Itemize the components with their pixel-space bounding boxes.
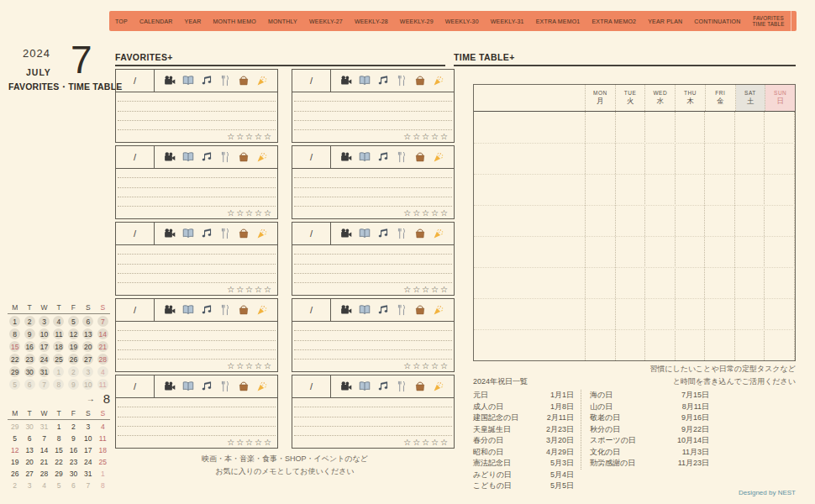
calendar-day[interactable]: 18 (51, 340, 66, 353)
music-notes-icon[interactable] (201, 151, 213, 163)
calendar-day[interactable]: 1 (51, 421, 66, 433)
nav-weekly-27[interactable]: WEEKLY-27 (303, 11, 349, 31)
calendar-day[interactable]: 5 (8, 378, 22, 391)
calendar-day[interactable]: 10 (81, 378, 95, 391)
handbag-icon[interactable] (414, 75, 426, 87)
arrow-right-icon[interactable]: → (87, 394, 95, 403)
calendar-day[interactable]: 31 (37, 421, 51, 433)
writing-line[interactable] (118, 398, 276, 407)
calendar-day[interactable]: 3 (22, 480, 36, 491)
calendar-day[interactable]: 24 (81, 456, 95, 468)
memo-area[interactable]: ☆☆☆☆☆ (116, 169, 277, 218)
calendar-day[interactable]: 31 (81, 468, 95, 480)
utensils-icon[interactable] (396, 381, 408, 392)
calendar-day[interactable]: 9 (22, 328, 36, 340)
memo-area[interactable]: ☆☆☆☆☆ (116, 245, 277, 295)
nav-weekly-31[interactable]: WEEKLY-31 (485, 11, 530, 31)
movie-camera-icon[interactable] (164, 75, 176, 87)
utensils-icon[interactable] (219, 151, 231, 163)
movie-camera-icon[interactable] (164, 151, 176, 163)
calendar-day[interactable]: 19 (8, 456, 22, 468)
handbag-icon[interactable] (414, 381, 426, 392)
calendar-day[interactable]: 28 (96, 353, 110, 365)
calendar-day[interactable]: 26 (66, 353, 81, 365)
calendar-day[interactable]: 14 (37, 444, 51, 456)
calendar-day[interactable]: 22 (8, 353, 22, 365)
date-slot[interactable]: / (116, 146, 155, 168)
calendar-day[interactable]: 3 (37, 315, 51, 328)
utensils-icon[interactable] (219, 75, 231, 87)
book-icon[interactable] (359, 75, 371, 87)
writing-line[interactable] (118, 112, 276, 121)
party-popper-icon[interactable] (433, 151, 444, 163)
nav-month-memo[interactable]: MONTH MEMO (207, 11, 261, 31)
nav-favorites-timetable[interactable]: FAVORITESTIME TABLE (746, 11, 790, 31)
handbag-icon[interactable] (414, 151, 426, 163)
star-rating[interactable]: ☆☆☆☆☆ (294, 207, 452, 218)
calendar-day[interactable]: 16 (66, 444, 81, 456)
writing-line[interactable] (294, 178, 452, 187)
date-slot[interactable]: / (116, 223, 155, 244)
party-popper-icon[interactable] (256, 381, 268, 392)
calendar-day[interactable]: 13 (81, 328, 95, 340)
writing-line[interactable] (118, 255, 276, 264)
music-notes-icon[interactable] (377, 151, 389, 163)
calendar-day[interactable]: 20 (22, 456, 36, 468)
calendar-day[interactable]: 8 (51, 433, 66, 444)
handbag-icon[interactable] (414, 304, 426, 316)
nav-calendar[interactable]: CALENDAR (134, 11, 179, 31)
music-notes-icon[interactable] (201, 381, 213, 392)
book-icon[interactable] (182, 228, 194, 239)
calendar-day[interactable]: 8 (51, 378, 66, 391)
calendar-day[interactable]: 28 (37, 468, 51, 480)
memo-area[interactable]: ☆☆☆☆☆ (116, 92, 277, 142)
calendar-day[interactable]: 27 (22, 468, 36, 480)
utensils-icon[interactable] (396, 75, 408, 87)
writing-line[interactable] (118, 102, 276, 111)
calendar-day[interactable]: 22 (51, 456, 66, 468)
handbag-icon[interactable] (238, 304, 250, 316)
calendar-day[interactable]: 9 (66, 378, 81, 391)
party-popper-icon[interactable] (433, 228, 444, 239)
nav-year[interactable]: YEAR (179, 11, 208, 31)
party-popper-icon[interactable] (256, 228, 268, 239)
calendar-day[interactable]: 19 (66, 340, 81, 353)
writing-line[interactable] (118, 322, 276, 331)
memo-area[interactable]: ☆☆☆☆☆ (292, 169, 454, 218)
writing-line[interactable] (294, 245, 452, 255)
utensils-icon[interactable] (219, 381, 231, 392)
book-icon[interactable] (359, 381, 371, 392)
music-notes-icon[interactable] (201, 228, 213, 239)
writing-line[interactable] (294, 255, 452, 264)
writing-line[interactable] (294, 417, 452, 427)
calendar-day[interactable]: 6 (66, 480, 81, 491)
calendar-day[interactable]: 5 (51, 480, 66, 491)
nav-weekly-29[interactable]: WEEKLY-29 (394, 11, 439, 31)
calendar-day[interactable]: 7 (96, 315, 110, 328)
star-rating[interactable]: ☆☆☆☆☆ (294, 283, 452, 295)
handbag-icon[interactable] (238, 228, 250, 239)
writing-line[interactable] (118, 427, 276, 436)
nav-prev[interactable]: ← (791, 11, 815, 31)
utensils-icon[interactable] (396, 151, 408, 163)
calendar-day[interactable]: 4 (51, 315, 66, 328)
writing-line[interactable] (118, 274, 276, 283)
calendar-day[interactable]: 18 (96, 444, 110, 456)
calendar-day[interactable]: 25 (51, 353, 66, 365)
memo-area[interactable]: ☆☆☆☆☆ (292, 92, 454, 142)
calendar-day[interactable]: 25 (96, 456, 110, 468)
writing-line[interactable] (118, 197, 276, 207)
music-notes-icon[interactable] (377, 228, 389, 239)
writing-line[interactable] (294, 197, 452, 207)
star-rating[interactable]: ☆☆☆☆☆ (118, 360, 276, 371)
calendar-day[interactable]: 29 (8, 365, 22, 378)
party-popper-icon[interactable] (433, 75, 444, 87)
star-rating[interactable]: ☆☆☆☆☆ (294, 436, 452, 448)
writing-line[interactable] (294, 350, 452, 360)
music-notes-icon[interactable] (377, 75, 389, 87)
writing-line[interactable] (118, 350, 276, 360)
movie-camera-icon[interactable] (340, 228, 352, 239)
calendar-day[interactable]: 3 (81, 365, 95, 378)
star-rating[interactable]: ☆☆☆☆☆ (294, 130, 452, 142)
date-slot[interactable]: / (292, 146, 331, 168)
